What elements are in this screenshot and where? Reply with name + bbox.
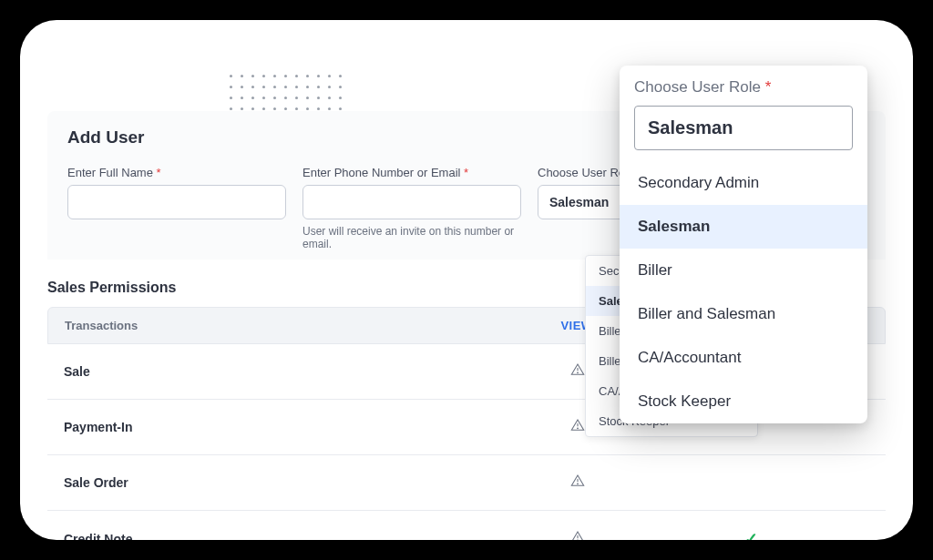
permission-row: Credit Note✓ bbox=[47, 511, 886, 540]
role-option-large[interactable]: Biller bbox=[620, 249, 867, 292]
phone-email-label: Enter Phone Number or Email * bbox=[302, 166, 521, 179]
role-option-large[interactable]: Biller and Salesman bbox=[620, 292, 867, 336]
role-option-large[interactable]: Salesman bbox=[620, 205, 867, 249]
full-name-field: Enter Full Name * bbox=[67, 166, 286, 250]
warning-icon bbox=[570, 530, 585, 540]
permission-view-cell[interactable] bbox=[523, 473, 632, 492]
overlay-options: Secondary AdminSalesmanBillerBiller and … bbox=[620, 161, 867, 423]
permission-name: Payment-In bbox=[64, 420, 523, 434]
warning-icon bbox=[570, 418, 585, 436]
warning-icon bbox=[570, 473, 585, 492]
permission-name: Credit Note bbox=[64, 532, 523, 540]
overlay-select[interactable]: Salesman bbox=[634, 106, 853, 150]
svg-point-5 bbox=[578, 484, 579, 484]
phone-email-field: Enter Phone Number or Email * User will … bbox=[302, 166, 521, 250]
role-option-large[interactable]: Secondary Admin bbox=[620, 161, 867, 205]
app-card: Add User Enter Full Name * Enter Phone N… bbox=[20, 20, 913, 540]
warning-icon bbox=[570, 362, 585, 381]
permission-name: Sale Order bbox=[64, 475, 523, 490]
permission-view-cell[interactable] bbox=[523, 530, 632, 540]
check-icon: ✓ bbox=[744, 530, 758, 540]
permission-extra-cell[interactable]: ✓ bbox=[632, 529, 869, 540]
permission-name: Sale bbox=[64, 364, 523, 379]
full-name-label: Enter Full Name * bbox=[67, 166, 286, 179]
role-dropdown-overlay: Choose User Role * Salesman Secondary Ad… bbox=[620, 66, 867, 423]
svg-point-3 bbox=[578, 428, 579, 429]
full-name-input[interactable] bbox=[67, 185, 286, 219]
svg-point-1 bbox=[578, 372, 579, 373]
phone-email-input[interactable] bbox=[302, 185, 521, 219]
overlay-label: Choose User Role * bbox=[634, 78, 853, 97]
permission-row: Sale Order bbox=[47, 455, 886, 511]
col-transactions: Transactions bbox=[65, 319, 522, 332]
role-option-large[interactable]: CA/Accountant bbox=[620, 336, 867, 380]
decorative-dots bbox=[230, 75, 350, 118]
phone-email-hint: User will receive an invite on this numb… bbox=[302, 225, 521, 250]
role-option-large[interactable]: Stock Keeper bbox=[620, 380, 867, 423]
